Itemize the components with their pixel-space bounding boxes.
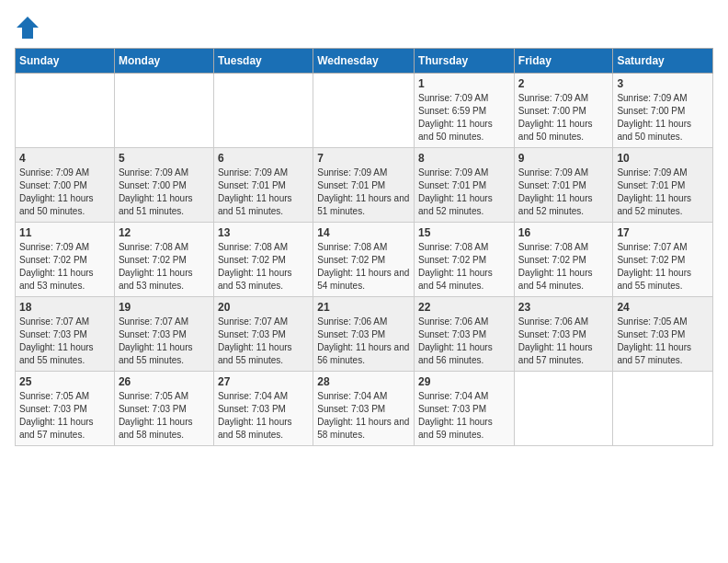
calendar-cell xyxy=(313,74,415,148)
day-info: Sunrise: 7:06 AM Sunset: 7:03 PM Dayligh… xyxy=(518,316,609,367)
weekday-header-tuesday: Tuesday xyxy=(213,49,313,74)
day-number: 14 xyxy=(317,226,410,239)
day-info: Sunrise: 7:09 AM Sunset: 7:01 PM Dayligh… xyxy=(617,167,709,218)
day-info: Sunrise: 7:09 AM Sunset: 7:00 PM Dayligh… xyxy=(518,92,609,144)
calendar-cell: 5Sunrise: 7:09 AM Sunset: 7:00 PM Daylig… xyxy=(114,148,213,223)
calendar-week-row: 4Sunrise: 7:09 AM Sunset: 7:00 PM Daylig… xyxy=(16,148,713,223)
calendar-cell xyxy=(514,372,613,446)
calendar-cell: 14Sunrise: 7:08 AM Sunset: 7:02 PM Dayli… xyxy=(313,223,415,297)
day-info: Sunrise: 7:08 AM Sunset: 7:02 PM Dayligh… xyxy=(518,241,609,293)
day-info: Sunrise: 7:09 AM Sunset: 7:01 PM Dayligh… xyxy=(518,167,609,218)
day-number: 10 xyxy=(617,152,709,165)
day-info: Sunrise: 7:08 AM Sunset: 7:02 PM Dayligh… xyxy=(218,241,309,293)
day-number: 29 xyxy=(418,375,510,388)
weekday-header-thursday: Thursday xyxy=(415,49,515,74)
calendar-table: SundayMondayTuesdayWednesdayThursdayFrid… xyxy=(15,48,713,446)
day-info: Sunrise: 7:05 AM Sunset: 7:03 PM Dayligh… xyxy=(119,390,210,442)
day-number: 8 xyxy=(418,152,510,165)
calendar-cell: 8Sunrise: 7:09 AM Sunset: 7:01 PM Daylig… xyxy=(415,148,515,223)
weekday-header-monday: Monday xyxy=(114,49,213,74)
calendar-cell xyxy=(16,74,115,148)
calendar-cell: 17Sunrise: 7:07 AM Sunset: 7:02 PM Dayli… xyxy=(613,223,713,297)
day-info: Sunrise: 7:04 AM Sunset: 7:03 PM Dayligh… xyxy=(317,390,410,442)
calendar-cell: 20Sunrise: 7:07 AM Sunset: 7:03 PM Dayli… xyxy=(213,297,313,372)
day-info: Sunrise: 7:09 AM Sunset: 7:00 PM Dayligh… xyxy=(119,167,210,218)
day-info: Sunrise: 7:05 AM Sunset: 7:03 PM Dayligh… xyxy=(19,390,110,442)
calendar-cell: 21Sunrise: 7:06 AM Sunset: 7:03 PM Dayli… xyxy=(313,297,415,372)
day-number: 15 xyxy=(418,226,510,239)
day-info: Sunrise: 7:04 AM Sunset: 7:03 PM Dayligh… xyxy=(218,390,309,442)
day-number: 6 xyxy=(218,152,309,165)
day-info: Sunrise: 7:09 AM Sunset: 7:01 PM Dayligh… xyxy=(317,167,410,218)
day-info: Sunrise: 7:08 AM Sunset: 7:02 PM Dayligh… xyxy=(119,241,210,293)
calendar-cell: 28Sunrise: 7:04 AM Sunset: 7:03 PM Dayli… xyxy=(313,372,415,446)
logo xyxy=(15,15,44,40)
calendar-cell: 24Sunrise: 7:05 AM Sunset: 7:03 PM Dayli… xyxy=(613,297,713,372)
day-number: 16 xyxy=(518,226,609,239)
day-info: Sunrise: 7:07 AM Sunset: 7:03 PM Dayligh… xyxy=(119,316,210,367)
day-number: 20 xyxy=(218,301,309,314)
day-info: Sunrise: 7:09 AM Sunset: 7:01 PM Dayligh… xyxy=(418,167,510,218)
day-info: Sunrise: 7:09 AM Sunset: 7:01 PM Dayligh… xyxy=(218,167,309,218)
day-info: Sunrise: 7:05 AM Sunset: 7:03 PM Dayligh… xyxy=(617,316,709,367)
weekday-header-friday: Friday xyxy=(514,49,613,74)
calendar-cell: 11Sunrise: 7:09 AM Sunset: 7:02 PM Dayli… xyxy=(16,223,115,297)
day-number: 5 xyxy=(119,152,210,165)
weekday-header-sunday: Sunday xyxy=(16,49,115,74)
day-number: 4 xyxy=(19,152,110,165)
calendar-cell: 2Sunrise: 7:09 AM Sunset: 7:00 PM Daylig… xyxy=(514,74,613,148)
calendar-cell xyxy=(114,74,213,148)
calendar-cell: 23Sunrise: 7:06 AM Sunset: 7:03 PM Dayli… xyxy=(514,297,613,372)
calendar-cell: 10Sunrise: 7:09 AM Sunset: 7:01 PM Dayli… xyxy=(613,148,713,223)
calendar-week-row: 1Sunrise: 7:09 AM Sunset: 6:59 PM Daylig… xyxy=(16,74,713,148)
calendar-cell: 29Sunrise: 7:04 AM Sunset: 7:03 PM Dayli… xyxy=(415,372,515,446)
day-number: 21 xyxy=(317,301,410,314)
day-info: Sunrise: 7:08 AM Sunset: 7:02 PM Dayligh… xyxy=(317,241,410,293)
day-info: Sunrise: 7:07 AM Sunset: 7:03 PM Dayligh… xyxy=(19,316,110,367)
calendar-week-row: 18Sunrise: 7:07 AM Sunset: 7:03 PM Dayli… xyxy=(16,297,713,372)
calendar-week-row: 11Sunrise: 7:09 AM Sunset: 7:02 PM Dayli… xyxy=(16,223,713,297)
day-info: Sunrise: 7:07 AM Sunset: 7:02 PM Dayligh… xyxy=(617,241,709,293)
day-number: 17 xyxy=(617,226,709,239)
day-number: 2 xyxy=(518,77,609,90)
day-number: 1 xyxy=(418,77,510,90)
day-number: 12 xyxy=(119,226,210,239)
weekday-header-row: SundayMondayTuesdayWednesdayThursdayFrid… xyxy=(16,49,713,74)
day-info: Sunrise: 7:08 AM Sunset: 7:02 PM Dayligh… xyxy=(418,241,510,293)
day-info: Sunrise: 7:09 AM Sunset: 7:00 PM Dayligh… xyxy=(617,92,709,144)
day-info: Sunrise: 7:06 AM Sunset: 7:03 PM Dayligh… xyxy=(418,316,510,367)
calendar-cell: 18Sunrise: 7:07 AM Sunset: 7:03 PM Dayli… xyxy=(16,297,115,372)
calendar-cell: 6Sunrise: 7:09 AM Sunset: 7:01 PM Daylig… xyxy=(213,148,313,223)
day-number: 26 xyxy=(119,375,210,388)
day-info: Sunrise: 7:09 AM Sunset: 7:02 PM Dayligh… xyxy=(19,241,110,293)
weekday-header-saturday: Saturday xyxy=(613,49,713,74)
logo-icon xyxy=(15,15,40,40)
day-number: 3 xyxy=(617,77,709,90)
calendar-cell: 4Sunrise: 7:09 AM Sunset: 7:00 PM Daylig… xyxy=(16,148,115,223)
calendar-cell: 25Sunrise: 7:05 AM Sunset: 7:03 PM Dayli… xyxy=(16,372,115,446)
day-number: 22 xyxy=(418,301,510,314)
calendar-cell: 13Sunrise: 7:08 AM Sunset: 7:02 PM Dayli… xyxy=(213,223,313,297)
day-number: 23 xyxy=(518,301,609,314)
day-number: 7 xyxy=(317,152,410,165)
day-info: Sunrise: 7:06 AM Sunset: 7:03 PM Dayligh… xyxy=(317,316,410,367)
day-info: Sunrise: 7:04 AM Sunset: 7:03 PM Dayligh… xyxy=(418,390,510,442)
day-info: Sunrise: 7:09 AM Sunset: 7:00 PM Dayligh… xyxy=(19,167,110,218)
calendar-cell: 7Sunrise: 7:09 AM Sunset: 7:01 PM Daylig… xyxy=(313,148,415,223)
calendar-cell: 19Sunrise: 7:07 AM Sunset: 7:03 PM Dayli… xyxy=(114,297,213,372)
calendar-cell: 12Sunrise: 7:08 AM Sunset: 7:02 PM Dayli… xyxy=(114,223,213,297)
calendar-cell: 1Sunrise: 7:09 AM Sunset: 6:59 PM Daylig… xyxy=(415,74,515,148)
day-info: Sunrise: 7:07 AM Sunset: 7:03 PM Dayligh… xyxy=(218,316,309,367)
calendar-cell xyxy=(613,372,713,446)
svg-marker-0 xyxy=(17,17,39,39)
calendar-cell: 9Sunrise: 7:09 AM Sunset: 7:01 PM Daylig… xyxy=(514,148,613,223)
day-number: 13 xyxy=(218,226,309,239)
calendar-cell: 26Sunrise: 7:05 AM Sunset: 7:03 PM Dayli… xyxy=(114,372,213,446)
calendar-cell: 22Sunrise: 7:06 AM Sunset: 7:03 PM Dayli… xyxy=(415,297,515,372)
day-info: Sunrise: 7:09 AM Sunset: 6:59 PM Dayligh… xyxy=(418,92,510,144)
calendar-week-row: 25Sunrise: 7:05 AM Sunset: 7:03 PM Dayli… xyxy=(16,372,713,446)
day-number: 25 xyxy=(19,375,110,388)
weekday-header-wednesday: Wednesday xyxy=(313,49,415,74)
day-number: 24 xyxy=(617,301,709,314)
calendar-cell: 15Sunrise: 7:08 AM Sunset: 7:02 PM Dayli… xyxy=(415,223,515,297)
